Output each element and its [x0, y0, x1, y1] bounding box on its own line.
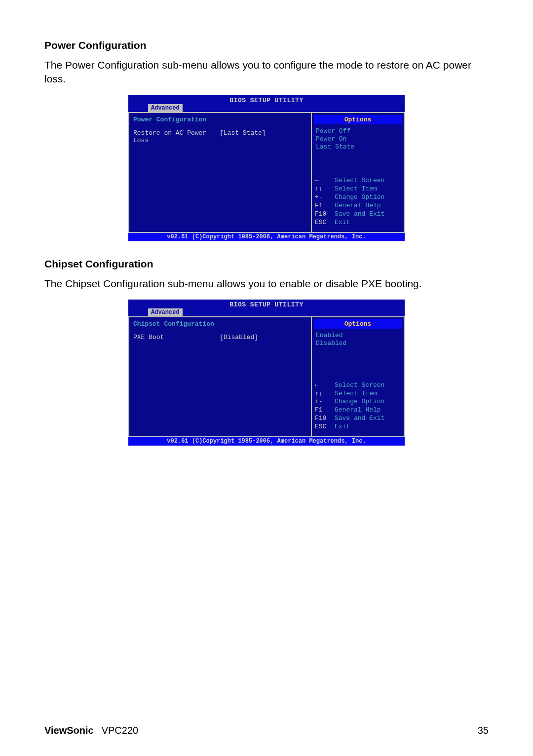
bios-key: ← — [315, 381, 335, 390]
bios-key-label: Change Option — [335, 193, 384, 202]
bios-tab-row: Advanced — [128, 308, 405, 316]
bios-key-label: Select Screen — [335, 177, 384, 185]
bios-left-pane: Power Configuration Restore on AC Power … — [128, 112, 311, 233]
bios-key-label: General Help — [335, 406, 381, 415]
bios-submenu-title: Power Configuration — [133, 116, 307, 123]
bios-tab-row: Advanced — [128, 104, 405, 112]
bios-key: ESC — [315, 423, 335, 431]
bios-key-row: F10Save and Exit — [315, 210, 401, 219]
bios-options-list: Enabled Disabled — [312, 331, 404, 352]
bios-key-label: Select Item — [335, 390, 377, 398]
bios-setting-label: PXE Boot — [133, 334, 220, 341]
bios-key-row: F10Save and Exit — [315, 415, 401, 423]
heading-power-configuration: Power Configuration — [44, 39, 489, 51]
bios-key-label: Exit — [335, 423, 350, 431]
bios-panel: BIOS SETUP UTILITY Advanced Chipset Conf… — [128, 300, 405, 446]
bios-option: Power On — [316, 135, 400, 143]
bios-key: +- — [315, 398, 335, 406]
bios-left-pane: Chipset Configuration PXE Boot [Disabled… — [128, 316, 311, 437]
footer-model: VPC220 — [102, 725, 139, 736]
bios-submenu-title: Chipset Configuration — [133, 320, 307, 328]
bios-right-pane: Options Enabled Disabled ←Select Screen … — [311, 316, 405, 437]
bios-key-row: +-Change Option — [315, 398, 401, 406]
bios-key-legend: ←Select Screen ↑↓Select Item +-Change Op… — [312, 175, 404, 231]
bios-key: +- — [315, 193, 335, 202]
bios-right-pane: Options Power Off Power On Last State ←S… — [311, 112, 405, 233]
description-power-configuration: The Power Configuration sub-menu allows … — [44, 58, 489, 86]
bios-key: ↑↓ — [315, 185, 335, 193]
bios-options-list: Power Off Power On Last State — [312, 126, 404, 155]
bios-key-label: Select Item — [335, 185, 377, 193]
document-page: Power Configuration The Power Configurat… — [0, 0, 533, 482]
bios-key-label: Select Screen — [335, 381, 384, 390]
bios-option: Disabled — [316, 340, 400, 347]
bios-tab-advanced: Advanced — [148, 104, 183, 112]
bios-key-row: +-Change Option — [315, 193, 401, 202]
bios-screenshot-chipset: BIOS SETUP UTILITY Advanced Chipset Conf… — [44, 300, 489, 446]
bios-title: BIOS SETUP UTILITY — [128, 300, 405, 308]
bios-key-row: ↑↓Select Item — [315, 390, 401, 398]
bios-screenshot-power: BIOS SETUP UTILITY Advanced Power Config… — [44, 95, 489, 241]
bios-key: F1 — [315, 202, 335, 210]
page-footer: ViewSonic VPC220 35 — [44, 725, 489, 736]
bios-copyright-footer: v02.61 (C)Copyright 1985-2006, American … — [128, 233, 405, 241]
bios-tab-advanced: Advanced — [148, 308, 183, 316]
bios-option: Power Off — [316, 127, 400, 135]
bios-key-row: ESCExit — [315, 423, 401, 431]
bios-key-row: ←Select Screen — [315, 381, 401, 390]
bios-body: Power Configuration Restore on AC Power … — [128, 112, 405, 233]
bios-key-label: Save and Exit — [335, 415, 384, 423]
bios-body: Chipset Configuration PXE Boot [Disabled… — [128, 316, 405, 437]
bios-setting-label: Restore on AC Power Loss — [133, 129, 220, 144]
bios-key: ← — [315, 177, 335, 185]
bios-key: F1 — [315, 406, 335, 415]
bios-key-row: F1General Help — [315, 406, 401, 415]
bios-key: F10 — [315, 415, 335, 423]
footer-page-number: 35 — [478, 725, 489, 736]
bios-setting-value: [Disabled] — [220, 334, 258, 341]
bios-key-label: General Help — [335, 202, 381, 210]
spacer — [312, 155, 404, 175]
bios-key-label: Exit — [335, 219, 350, 227]
spacer — [312, 352, 404, 379]
bios-setting-value: [Last State] — [220, 129, 266, 144]
bios-key-label: Save and Exit — [335, 210, 384, 219]
bios-options-header: Options — [314, 319, 402, 329]
bios-key-row: F1General Help — [315, 202, 401, 210]
bios-key: ↑↓ — [315, 390, 335, 398]
bios-setting-row: PXE Boot [Disabled] — [133, 334, 307, 341]
bios-key-row: ↑↓Select Item — [315, 185, 401, 193]
bios-key-row: ESCExit — [315, 219, 401, 227]
bios-key: F10 — [315, 210, 335, 219]
bios-option: Enabled — [316, 332, 400, 340]
description-chipset-configuration: The Chipset Configuration sub-menu allow… — [44, 277, 489, 291]
heading-chipset-configuration: Chipset Configuration — [44, 258, 489, 270]
bios-key-legend: ←Select Screen ↑↓Select Item +-Change Op… — [312, 379, 404, 436]
bios-key: ESC — [315, 219, 335, 227]
bios-options-header: Options — [314, 115, 402, 124]
bios-key-row: ←Select Screen — [315, 177, 401, 185]
bios-copyright-footer: v02.61 (C)Copyright 1985-2006, American … — [128, 437, 405, 446]
footer-brand: ViewSonic — [44, 725, 94, 736]
bios-setting-row: Restore on AC Power Loss [Last State] — [133, 129, 307, 144]
bios-key-label: Change Option — [335, 398, 384, 406]
bios-title: BIOS SETUP UTILITY — [128, 95, 405, 104]
bios-panel: BIOS SETUP UTILITY Advanced Power Config… — [128, 95, 405, 241]
bios-option: Last State — [316, 143, 400, 151]
